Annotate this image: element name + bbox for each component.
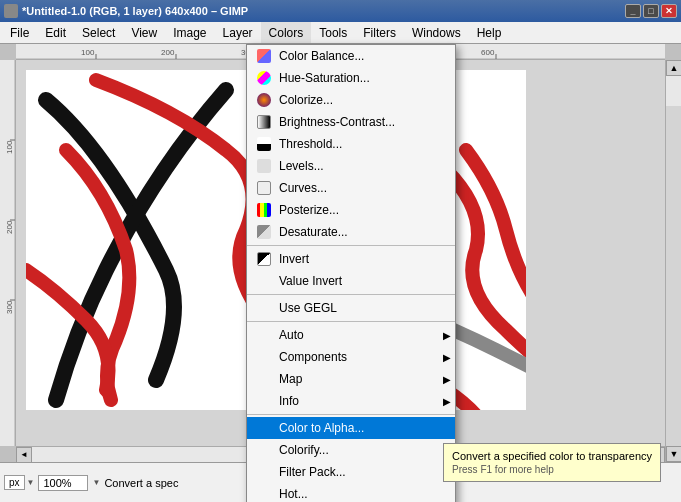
menu-item-hue-saturation[interactable]: Hue-Saturation... <box>247 67 455 89</box>
menu-item-auto-label: Auto <box>279 328 435 342</box>
svg-text:300: 300 <box>5 300 14 314</box>
map-icon <box>255 371 273 387</box>
menu-item-posterize[interactable]: Posterize... <box>247 199 455 221</box>
menu-select[interactable]: Select <box>74 22 123 43</box>
auto-icon <box>255 327 273 343</box>
levels-icon <box>255 158 273 174</box>
close-button[interactable]: ✕ <box>661 4 677 18</box>
color-to-alpha-icon <box>255 420 273 436</box>
menu-item-color-balance-label: Color Balance... <box>279 49 435 63</box>
separator-2 <box>247 294 455 295</box>
filter-pack-icon <box>255 464 273 480</box>
auto-submenu-arrow: ▶ <box>443 330 451 341</box>
menu-item-color-to-alpha-label: Color to Alpha... <box>279 421 435 435</box>
menu-view[interactable]: View <box>123 22 165 43</box>
menu-item-brightness-contrast[interactable]: Brightness-Contrast... <box>247 111 455 133</box>
menu-item-levels[interactable]: Levels... <box>247 155 455 177</box>
hot-icon <box>255 486 273 502</box>
scrollbar-vertical[interactable]: ▲ ▼ <box>665 60 681 462</box>
menu-item-colorize-label: Colorize... <box>279 93 435 107</box>
scroll-left-button[interactable]: ◄ <box>16 447 32 463</box>
value-invert-icon <box>255 273 273 289</box>
tooltip-sub-text: Press F1 for more help <box>452 464 652 475</box>
curves-icon <box>255 180 273 196</box>
use-gegl-icon <box>255 300 273 316</box>
window-title: *Untitled-1.0 (RGB, 1 layer) 640x400 – G… <box>22 5 248 17</box>
colors-dropdown-menu: Color Balance... Hue-Saturation... Color… <box>246 44 456 502</box>
menu-item-components[interactable]: Components ▶ <box>247 346 455 368</box>
menu-item-filter-pack[interactable]: Filter Pack... <box>247 461 455 483</box>
separator-3 <box>247 321 455 322</box>
menu-item-threshold[interactable]: Threshold... <box>247 133 455 155</box>
components-icon <box>255 349 273 365</box>
menu-item-threshold-label: Threshold... <box>279 137 435 151</box>
menu-file[interactable]: File <box>2 22 37 43</box>
maximize-button[interactable]: □ <box>643 4 659 18</box>
menu-item-invert-label: Invert <box>279 252 435 266</box>
menu-item-colorify[interactable]: Colorify... <box>247 439 455 461</box>
menu-colors[interactable]: Colors <box>261 22 312 43</box>
svg-text:200: 200 <box>161 48 175 57</box>
menu-item-map[interactable]: Map ▶ <box>247 368 455 390</box>
posterize-icon <box>255 202 273 218</box>
menu-item-value-invert-label: Value Invert <box>279 274 435 288</box>
menu-item-invert[interactable]: Invert <box>247 248 455 270</box>
colorify-icon <box>255 442 273 458</box>
brightness-contrast-icon <box>255 114 273 130</box>
components-submenu-arrow: ▶ <box>443 352 451 363</box>
menu-image[interactable]: Image <box>165 22 214 43</box>
minimize-button[interactable]: _ <box>625 4 641 18</box>
menu-item-hue-saturation-label: Hue-Saturation... <box>279 71 435 85</box>
menu-filters[interactable]: Filters <box>355 22 404 43</box>
info-icon <box>255 393 273 409</box>
menu-windows[interactable]: Windows <box>404 22 469 43</box>
title-bar-left: *Untitled-1.0 (RGB, 1 layer) 640x400 – G… <box>4 4 248 18</box>
menu-item-color-balance[interactable]: Color Balance... <box>247 45 455 67</box>
unit-label[interactable]: px <box>4 475 25 490</box>
menu-layer[interactable]: Layer <box>215 22 261 43</box>
menu-item-info[interactable]: Info ▶ <box>247 390 455 412</box>
menu-tools[interactable]: Tools <box>311 22 355 43</box>
title-bar: *Untitled-1.0 (RGB, 1 layer) 640x400 – G… <box>0 0 681 22</box>
ruler-vertical: 100 200 300 <box>0 60 16 446</box>
colorize-icon <box>255 92 273 108</box>
menu-item-hot[interactable]: Hot... <box>247 483 455 502</box>
separator-4 <box>247 414 455 415</box>
menu-item-colorize[interactable]: Colorize... <box>247 89 455 111</box>
color-balance-icon <box>255 48 273 64</box>
menu-item-color-to-alpha[interactable]: Color to Alpha... <box>247 417 455 439</box>
menu-edit[interactable]: Edit <box>37 22 74 43</box>
status-message: Convert a spec <box>104 477 178 489</box>
scroll-up-button[interactable]: ▲ <box>666 60 681 76</box>
scroll-down-button[interactable]: ▼ <box>666 446 681 462</box>
menu-bar: File Edit Select View Image Layer Colors… <box>0 22 681 44</box>
svg-text:600: 600 <box>481 48 495 57</box>
menu-item-levels-label: Levels... <box>279 159 435 173</box>
menu-item-curves-label: Curves... <box>279 181 435 195</box>
menu-item-use-gegl-label: Use GEGL <box>279 301 435 315</box>
unit-selector[interactable]: px ▼ <box>4 475 34 490</box>
menu-item-desaturate[interactable]: Desaturate... <box>247 221 455 243</box>
tooltip-main-text: Convert a specified color to transparenc… <box>452 450 652 462</box>
menu-item-posterize-label: Posterize... <box>279 203 435 217</box>
menu-item-auto[interactable]: Auto ▶ <box>247 324 455 346</box>
desaturate-icon <box>255 224 273 240</box>
zoom-value: 100% <box>43 477 71 489</box>
threshold-icon <box>255 136 273 152</box>
zoom-dropdown-arrow[interactable]: ▼ <box>92 478 100 487</box>
menu-item-curves[interactable]: Curves... <box>247 177 455 199</box>
tooltip-box: Convert a specified color to transparenc… <box>443 443 661 482</box>
separator-1 <box>247 245 455 246</box>
hue-saturation-icon <box>255 70 273 86</box>
menu-item-hot-label: Hot... <box>279 487 435 501</box>
menu-item-info-label: Info <box>279 394 435 408</box>
zoom-level[interactable]: 100% <box>38 475 88 491</box>
menu-help[interactable]: Help <box>469 22 510 43</box>
invert-icon <box>255 251 273 267</box>
unit-dropdown-arrow[interactable]: ▼ <box>27 478 35 487</box>
svg-text:200: 200 <box>5 220 14 234</box>
scroll-track-v[interactable] <box>666 76 681 106</box>
svg-text:100: 100 <box>5 140 14 154</box>
menu-item-value-invert[interactable]: Value Invert <box>247 270 455 292</box>
menu-item-use-gegl[interactable]: Use GEGL <box>247 297 455 319</box>
